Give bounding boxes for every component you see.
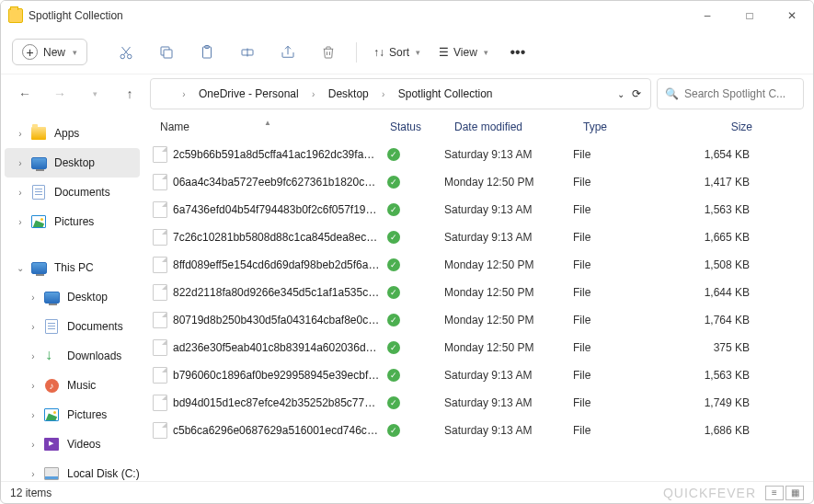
table-row[interactable]: 6a7436efd04b54f794483b0f2c6f057f19a23...… [149,196,813,223]
sidebar-item-pictures[interactable]: ›Pictures [5,207,140,236]
sidebar-item-music[interactable]: ›♪Music [5,371,140,400]
chevron-right-icon[interactable]: › [14,188,27,198]
table-row[interactable]: bd94d015d1ec87efce42b35252b85c77892... ✓… [149,389,813,417]
table-row[interactable]: 8ffd089eff5e154cd6d69daf98beb2d5f6a64...… [149,251,813,279]
svg-point-0 [120,54,125,59]
sidebar-item-downloads[interactable]: ›Downloads [5,341,140,371]
chevron-right-icon[interactable]: › [27,410,40,420]
svg-rect-2 [164,50,172,58]
back-button[interactable]: ← [10,79,40,109]
table-row[interactable]: b796060c1896af0be929958945e39ecbfd7a... … [149,361,813,389]
chevron-right-icon[interactable]: › [27,381,40,391]
chevron-right-icon[interactable]: › [27,351,40,361]
svg-point-1 [128,54,132,59]
up-button[interactable]: ↑ [115,79,144,109]
view-button[interactable]: ☰ View ▾ [431,36,496,69]
refresh-button[interactable]: ⟳ [632,87,641,100]
chevron-down-icon[interactable]: ⌄ [14,263,27,273]
paste-button[interactable] [189,36,225,69]
file-icon [153,422,167,439]
chevron-right-icon[interactable]: › [14,217,27,227]
share-button[interactable] [269,36,306,69]
folder-icon [30,125,47,142]
monitor-icon [43,289,60,305]
breadcrumb-item[interactable]: OneDrive - Personal [195,86,303,102]
chevron-right-icon: › [306,89,321,99]
file-status: ✓ [380,369,444,382]
new-button[interactable]: + New ▾ [12,39,87,65]
monitor-icon [30,155,47,171]
table-row[interactable]: 06aa4c34ba5727eeb9fc627361b1820ce785... … [149,168,813,196]
breadcrumb-item[interactable]: Spotlight Collection [395,86,497,102]
synced-icon: ✓ [387,286,400,299]
sidebar-item-videos[interactable]: ›Videos [5,430,140,459]
col-date[interactable]: Date modified [447,120,576,133]
table-row[interactable]: 2c59b66b591a8d5cffa41ac1962dc39fa9ef... … [149,141,813,168]
file-name: 06aa4c34ba5727eeb9fc627361b1820ce785... [173,176,380,189]
address-bar[interactable]: › OneDrive - Personal › Desktop › Spotli… [150,78,651,109]
col-type[interactable]: Type [576,120,677,133]
sidebar: ›Apps›Desktop›Documents›Pictures⌄This PC… [1,113,143,481]
sidebar-item-desktop[interactable]: ›Desktop [5,282,140,312]
table-row[interactable]: c5b6ca6296e0687629a516001ecd746c499... ✓… [149,417,813,444]
sidebar-item-documents[interactable]: ›Documents [5,312,140,341]
file-list: 2c59b66b591a8d5cffa41ac1962dc39fa9ef... … [143,141,813,481]
chevron-right-icon[interactable]: › [27,292,40,303]
cut-button[interactable] [108,36,144,69]
synced-icon: ✓ [387,258,400,271]
file-size: 1,654 KB [674,148,757,161]
file-date: Monday 12:50 PM [444,314,573,326]
sidebar-item-localdiskc[interactable]: ›Local Disk (C:) [5,459,140,481]
details-view-button[interactable]: ≡ [765,486,784,500]
doc-icon [43,318,60,335]
chevron-right-icon[interactable]: › [14,158,27,168]
chevron-right-icon: › [177,89,191,99]
file-status: ✓ [380,148,444,161]
doc-icon [30,184,47,200]
sidebar-item-pictures[interactable]: ›Pictures [5,400,140,430]
forward-button[interactable]: → [45,79,75,109]
table-row[interactable]: 80719d8b250b430d5fa043164cbaf8e0c80... ✓… [149,306,813,334]
thumbnail-view-button[interactable]: ▦ [785,486,804,500]
file-date: Monday 12:50 PM [444,341,573,354]
copy-button[interactable] [148,36,185,69]
table-row[interactable]: 7c26c10281bb5808d88c1ca845dea8ec962... ✓… [149,223,813,251]
breadcrumb-item[interactable]: Desktop [325,86,373,102]
search-box[interactable]: 🔍 [657,78,804,109]
search-input[interactable] [684,87,796,100]
maximize-button[interactable]: □ [728,1,771,30]
rename-button[interactable] [229,36,266,69]
chevron-right-icon[interactable]: › [27,322,40,332]
file-date: Monday 12:50 PM [444,176,573,189]
file-icon [153,284,167,301]
recent-button[interactable]: ▾ [80,79,109,109]
minimize-button[interactable]: – [686,1,728,30]
file-type: File [573,286,674,299]
sort-asc-icon: ▲ [264,119,271,127]
sidebar-item-label: Music [67,379,96,392]
close-button[interactable]: ✕ [771,1,813,30]
chevron-down-icon: ▾ [73,48,77,57]
window-title: Spotlight Collection [29,9,123,22]
sidebar-item-apps[interactable]: ›Apps [5,119,140,148]
sidebar-item-label: Pictures [54,215,94,228]
chevron-down-icon[interactable]: ⌄ [617,89,625,99]
table-row[interactable]: ad236e30f5eab401c8b83914a602036dc9f5... … [149,334,813,361]
col-size[interactable]: Size [677,120,760,133]
sort-button[interactable]: ↑↓ Sort ▾ [366,36,428,69]
file-status: ✓ [380,424,444,437]
col-name[interactable]: Name▲ [153,120,383,133]
col-status[interactable]: Status [383,120,447,133]
sidebar-item-thispc[interactable]: ⌄This PC [5,253,140,282]
chevron-right-icon[interactable]: › [14,129,27,139]
chevron-right-icon[interactable]: › [27,469,40,479]
sidebar-item-documents[interactable]: ›Documents [5,178,140,207]
table-row[interactable]: 822d2118fa80d9266e345d5c1af1a535ce98... … [149,279,813,306]
separator [356,42,357,63]
file-date: Saturday 9:13 AM [444,424,573,437]
delete-button[interactable] [310,36,347,69]
chevron-right-icon[interactable]: › [27,440,40,450]
sidebar-item-label: This PC [54,261,94,274]
sidebar-item-desktop[interactable]: ›Desktop [5,148,140,178]
more-button[interactable]: ••• [499,36,536,69]
